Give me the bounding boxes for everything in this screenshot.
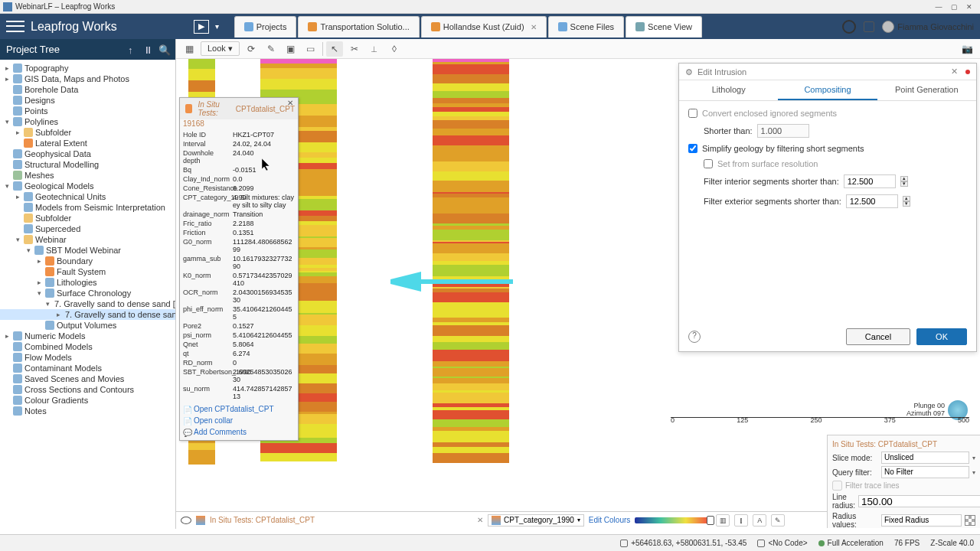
plane-icon[interactable]: ▭: [302, 41, 319, 57]
tree-item-gravelly-empty[interactable]: ▾7. Gravelly sand to dense sand [Empty] …: [0, 298, 175, 309]
play-button[interactable]: ▶: [194, 20, 209, 34]
window-minimize-button[interactable]: —: [931, 2, 946, 12]
open-cpt-link[interactable]: 📄Open CPTdatalist_CPT: [183, 403, 295, 415]
simplify-checkbox[interactable]: [688, 144, 697, 153]
tab-sceneview[interactable]: Scene View: [626, 16, 702, 37]
set-surface-checkbox[interactable]: [704, 159, 713, 168]
line-radius-input[interactable]: [858, 495, 980, 507]
notification-icon[interactable]: [864, 21, 874, 32]
edit-icon[interactable]: ✎: [771, 514, 785, 527]
histogram-icon[interactable]: ▥: [716, 514, 730, 527]
tree-item-structural[interactable]: Structural Modelling: [0, 159, 175, 170]
tree-item-geomodels[interactable]: ▾Geological Models: [0, 181, 175, 191]
look-dropdown[interactable]: Look ▾: [201, 41, 240, 56]
slicer-icon[interactable]: ✂: [346, 41, 363, 57]
visibility-icon[interactable]: [181, 517, 191, 524]
popup-close-icon[interactable]: ✕: [287, 99, 296, 108]
opacity-slider[interactable]: [635, 517, 711, 523]
tree-item-superceded[interactable]: Superceded: [0, 223, 175, 234]
ok-button[interactable]: OK: [916, 328, 967, 345]
slice-mode-select[interactable]: Unsliced: [881, 452, 969, 464]
ruler-icon[interactable]: ⟂: [366, 41, 383, 57]
tree-item-geophysical[interactable]: Geophysical Data: [0, 148, 175, 159]
open-collar-link[interactable]: 📄Open collar: [183, 415, 295, 426]
panel-title: Edit Intrusion: [697, 67, 746, 77]
toolbar-dropdown-arrow[interactable]: ▾: [215, 22, 219, 31]
home-icon[interactable]: ⟳: [243, 41, 260, 57]
window-maximize-button[interactable]: ▢: [946, 2, 962, 12]
tree-item-seismic-models[interactable]: Models from Seismic Interpretation: [0, 202, 175, 213]
menu-icon[interactable]: [6, 19, 24, 34]
tree-item-fault[interactable]: Fault System: [0, 266, 175, 277]
tree-item-subfolder2[interactable]: Subfolder: [0, 213, 175, 223]
scale-bar: 0 125 250 375 500: [671, 417, 969, 425]
tab-scenefiles[interactable]: Scene Files: [548, 16, 624, 37]
radius-values-select[interactable]: Fixed Radius: [881, 514, 962, 527]
add-comments-link[interactable]: 💬Add Comments: [183, 426, 295, 438]
tab-hollandse[interactable]: Hollandse Kust (Zuid)✕: [421, 16, 547, 37]
box-select-icon[interactable]: ▦: [181, 41, 198, 57]
tree-item-saved-scenes[interactable]: Saved Scenes and Movies: [0, 373, 175, 384]
checker-icon[interactable]: [965, 515, 975, 526]
tab-point-generation[interactable]: Point Generation: [877, 80, 976, 100]
tab-projects[interactable]: Projects: [234, 16, 297, 37]
user-profile[interactable]: Fiamma Giovacchini: [882, 21, 974, 33]
tree-item-designs[interactable]: Designs: [0, 95, 175, 106]
tree-item-contaminant[interactable]: Contaminant Models: [0, 363, 175, 373]
tree-item-geotech-units[interactable]: ▸Geotechnical Units: [0, 191, 175, 202]
window-close-button[interactable]: ✕: [962, 2, 977, 12]
search-icon[interactable]: 🔍: [158, 44, 169, 55]
panel-close-icon[interactable]: ✕: [951, 67, 958, 77]
tree-item-boreholedata[interactable]: Borehole Data: [0, 84, 175, 95]
tree-item-boundary[interactable]: ▸Boundary: [0, 256, 175, 266]
tree-item-meshes[interactable]: Meshes: [0, 170, 175, 181]
tab-lithology[interactable]: Lithology: [679, 80, 778, 100]
edit-colours-link[interactable]: Edit Colours: [589, 516, 630, 524]
category-select[interactable]: CPT_category_1990 ▾: [488, 514, 584, 527]
seequent-icon[interactable]: [842, 20, 856, 34]
tree-item-flow[interactable]: Flow Models: [0, 352, 175, 363]
spinner-icon[interactable]: ▲▼: [900, 176, 908, 187]
shapelist-remove-icon[interactable]: ✕: [477, 516, 483, 524]
tab-close-icon[interactable]: ✕: [531, 23, 537, 31]
arrow-select-icon[interactable]: ↖: [326, 41, 343, 57]
tree-item-notes[interactable]: Notes: [0, 406, 175, 416]
tree-item-webinar[interactable]: ▾Webinar: [0, 234, 175, 245]
text-a-icon[interactable]: A: [753, 514, 766, 527]
help-icon[interactable]: ?: [688, 331, 701, 343]
spinner-icon[interactable]: ▲▼: [903, 196, 910, 207]
tree-item-topography[interactable]: ▸Topography: [0, 63, 175, 73]
tree-item-points[interactable]: Points: [0, 106, 175, 116]
tree-item-cross-sections[interactable]: Cross Sections and Contours: [0, 384, 175, 395]
tree-item-lateral-extent[interactable]: Lateral Extent: [0, 138, 175, 148]
tab-compositing[interactable]: Compositing: [778, 80, 877, 100]
tree-item-gravelly-selected[interactable]: ▸7. Gravelly sand to dense sand: [0, 309, 175, 320]
tree-item-surface-chron[interactable]: ▾Surface Chronology: [0, 288, 175, 298]
query-filter-select[interactable]: No Filter: [881, 466, 969, 478]
tab-transportation[interactable]: Transportation Solutio...: [298, 16, 419, 37]
convert-enclosed-checkbox[interactable]: [688, 109, 697, 118]
tree-item-combined[interactable]: Combined Models: [0, 341, 175, 352]
up-arrow-icon[interactable]: ↑: [128, 44, 139, 55]
tree-item-polylines[interactable]: ▾Polylines: [0, 116, 175, 127]
status-bar: +564618.63, +5800631.51, -53.45 <No Code…: [0, 534, 980, 551]
split-icon[interactable]: ⫿: [734, 514, 748, 527]
eraser-icon[interactable]: ◊: [386, 41, 403, 57]
avatar-icon: [882, 21, 894, 33]
tree-item-sbt-model[interactable]: ▾SBT Model Webinar: [0, 245, 175, 256]
tree-item-numeric[interactable]: ▸Numeric Models: [0, 331, 175, 341]
tree-item-subfolder[interactable]: ▸Subfolder: [0, 127, 175, 138]
pen-icon[interactable]: ✎: [263, 41, 279, 57]
exterior-segments-input[interactable]: [846, 194, 898, 208]
tree-item-output-vol[interactable]: Output Volumes: [0, 320, 175, 331]
bounds-icon[interactable]: ▣: [283, 41, 299, 57]
tree-item-gisdata[interactable]: ▸GIS Data, Maps and Photos: [0, 73, 175, 84]
cancel-button[interactable]: Cancel: [846, 328, 910, 345]
edit-intrusion-panel: ⚙ Edit Intrusion ✕ Lithology Compositing…: [678, 63, 977, 352]
tree-item-colour-grad[interactable]: Colour Gradients: [0, 395, 175, 406]
camera-icon[interactable]: 📷: [959, 41, 975, 57]
slider-knob[interactable]: [707, 516, 714, 525]
pause-icon[interactable]: ⏸: [143, 44, 154, 55]
tree-item-lithologies[interactable]: ▸Lithologies: [0, 277, 175, 288]
interior-segments-input[interactable]: [844, 174, 896, 188]
